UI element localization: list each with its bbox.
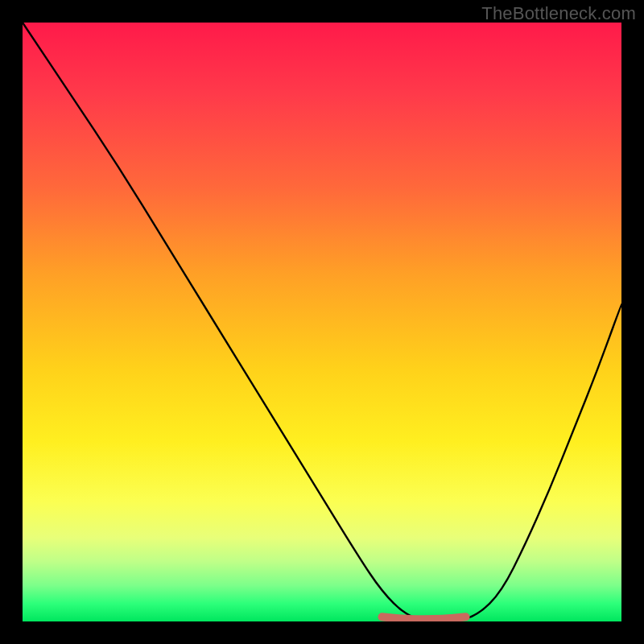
bottleneck-curve-path [23, 23, 621, 621]
trough-marker-path [382, 617, 465, 619]
chart-frame: TheBottleneck.com [0, 0, 644, 644]
plot-area [23, 23, 621, 621]
watermark-text: TheBottleneck.com [481, 3, 636, 24]
bottleneck-curve-svg [23, 23, 621, 621]
